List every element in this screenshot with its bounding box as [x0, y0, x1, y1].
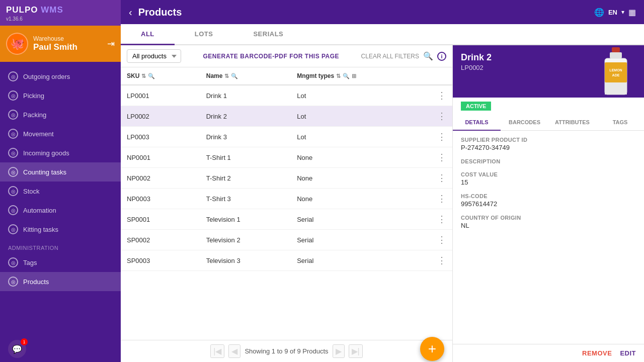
- pagination-next[interactable]: ▶: [333, 344, 345, 358]
- name-sort-icon[interactable]: ⇅: [224, 73, 229, 79]
- tab-all[interactable]: ALL: [121, 24, 175, 45]
- detail-tab-attributes[interactable]: ATTRIBUTES: [548, 115, 596, 131]
- generate-barcode-link[interactable]: GENERATE BARCODE-PDF FOR THIS PAGE: [186, 53, 356, 60]
- top-bar-actions: 🌐 EN ▾ ▦: [594, 8, 636, 17]
- cell-sku: LP0002: [121, 106, 200, 127]
- tab-serials[interactable]: SERIALS: [233, 24, 303, 45]
- lang-dropdown-icon[interactable]: ▾: [621, 9, 624, 16]
- row-menu-button[interactable]: ⋮: [431, 168, 452, 189]
- sidebar-item-label: Automation: [23, 207, 56, 214]
- row-menu-button[interactable]: ⋮: [431, 250, 452, 271]
- sidebar-item-tags[interactable]: ◎ Tags: [0, 253, 121, 272]
- cell-sku: SP0001: [121, 209, 200, 230]
- exit-warehouse-button[interactable]: ⇥: [107, 38, 115, 49]
- table-row[interactable]: NP0001 T-Shirt 1 None ⋮: [121, 147, 452, 168]
- sidebar-item-stock[interactable]: ◎ Stock: [0, 182, 121, 201]
- clear-filters-button[interactable]: CLEAR ALL FILTERS: [361, 53, 419, 60]
- back-button[interactable]: ‹: [129, 7, 132, 18]
- lemonade-bottle-svg: LEMON ADE: [601, 47, 631, 98]
- picking-icon: ◎: [8, 90, 18, 101]
- language-label[interactable]: EN: [608, 9, 617, 16]
- table-row[interactable]: LP0001 Drink 1 Lot ⋮: [121, 85, 452, 106]
- cell-sku: LP0003: [121, 127, 200, 147]
- table-row[interactable]: SP0001 Television 1 Serial ⋮: [121, 209, 452, 230]
- cell-mngmt: Serial: [291, 250, 431, 271]
- sidebar-item-label: Kitting tasks: [23, 226, 58, 233]
- table-row[interactable]: SP0002 Television 2 Serial ⋮: [121, 230, 452, 250]
- avatar: 🐙: [6, 33, 28, 55]
- detail-tab-tags[interactable]: TAGS: [596, 115, 644, 131]
- row-menu-button[interactable]: ⋮: [431, 209, 452, 230]
- page-title: Products: [138, 7, 588, 18]
- detail-product-name: Drink 2: [461, 52, 492, 63]
- detail-field: HS-Code 9957614472: [461, 193, 636, 208]
- status-badge: ACTIVE: [461, 102, 491, 111]
- pagination-prev[interactable]: ◀: [228, 344, 240, 358]
- mngmt-search-icon[interactable]: 🔍: [343, 73, 350, 79]
- warehouse-section[interactable]: 🐙 Warehouse Paul Smith ⇥: [0, 26, 121, 62]
- counting-tasks-icon: ◎: [8, 167, 18, 177]
- column-toggle-icon[interactable]: ⊞: [352, 73, 356, 79]
- row-menu-button[interactable]: ⋮: [431, 127, 452, 147]
- row-menu-button[interactable]: ⋮: [431, 147, 452, 168]
- pagination-first[interactable]: |◀: [210, 344, 224, 358]
- table-row[interactable]: SP0003 Television 3 Serial ⋮: [121, 250, 452, 271]
- sidebar-item-kitting-tasks[interactable]: ◎ Kitting tasks: [0, 220, 121, 239]
- automation-icon: ◎: [8, 205, 18, 215]
- stock-icon: ◎: [8, 186, 18, 196]
- pagination-text: Showing 1 to 9 of 9 Products: [245, 347, 328, 355]
- detail-tab-barcodes[interactable]: BARCODES: [501, 115, 548, 131]
- table-row[interactable]: LP0002 Drink 2 Lot ⋮: [121, 106, 452, 127]
- filter-actions: CLEAR ALL FILTERS 🔍 i: [361, 51, 446, 61]
- chat-button[interactable]: 💬 1: [8, 340, 26, 358]
- pagination-last[interactable]: ▶|: [349, 344, 363, 358]
- product-filter-dropdown[interactable]: All products Active Inactive: [127, 49, 181, 63]
- name-search-icon[interactable]: 🔍: [231, 73, 238, 79]
- edit-button[interactable]: EDIT: [620, 349, 636, 357]
- sidebar-item-picking[interactable]: ◎ Picking: [0, 86, 121, 105]
- sidebar-item-packing[interactable]: ◎ Packing: [0, 105, 121, 124]
- sidebar-item-incoming-goods[interactable]: ◎ Incoming goods: [0, 143, 121, 162]
- table-row[interactable]: LP0003 Drink 3 Lot ⋮: [121, 127, 452, 147]
- detail-tab-details[interactable]: DETAILS: [453, 115, 501, 131]
- sidebar-item-products[interactable]: ◎ Products: [0, 272, 121, 291]
- sku-sort-icon[interactable]: ⇅: [141, 73, 146, 79]
- cell-mngmt: None: [291, 189, 431, 209]
- tab-lots[interactable]: LOTS: [175, 24, 233, 45]
- cell-mngmt: Lot: [291, 106, 431, 127]
- grid-icon[interactable]: ▦: [628, 8, 636, 17]
- detail-field-value: NL: [461, 222, 636, 229]
- remove-button[interactable]: REMOVE: [582, 349, 612, 357]
- cell-name: T-Shirt 3: [200, 189, 291, 209]
- table-row[interactable]: NP0003 T-Shirt 3 None ⋮: [121, 189, 452, 209]
- sidebar-item-label: Outgoing orders: [23, 73, 70, 80]
- sidebar-item-movement[interactable]: ◎ Movement: [0, 124, 121, 143]
- sku-search-icon[interactable]: 🔍: [148, 73, 155, 79]
- add-product-button[interactable]: +: [420, 337, 444, 361]
- sidebar-item-automation[interactable]: ◎ Automation: [0, 201, 121, 220]
- row-menu-button[interactable]: ⋮: [431, 106, 452, 127]
- cell-mngmt: Serial: [291, 209, 431, 230]
- table-row[interactable]: NP0002 T-Shirt 2 None ⋮: [121, 168, 452, 189]
- row-menu-button[interactable]: ⋮: [431, 85, 452, 106]
- globe-icon[interactable]: 🌐: [594, 8, 604, 17]
- sidebar-item-label: Counting tasks: [23, 168, 66, 176]
- sidebar-nav: ◎ Outgoing orders ◎ Picking ◎ Packing ◎ …: [0, 62, 121, 336]
- main-content: ‹ Products 🌐 EN ▾ ▦ ALL LOTS SERIALS All…: [121, 0, 644, 362]
- detail-field: Supplier product id P-274270-34749: [461, 137, 636, 151]
- row-menu-button[interactable]: ⋮: [431, 230, 452, 250]
- svg-rect-3: [605, 62, 627, 82]
- search-icon[interactable]: 🔍: [423, 51, 433, 61]
- info-icon[interactable]: i: [437, 52, 446, 61]
- svg-text:ADE: ADE: [612, 73, 620, 77]
- cell-sku: SP0003: [121, 250, 200, 271]
- svg-text:LEMON: LEMON: [609, 68, 622, 72]
- data-table: SKU ⇅ 🔍 Name ⇅ 🔍: [121, 67, 452, 340]
- cell-name: Television 3: [200, 250, 291, 271]
- mngmt-sort-icon[interactable]: ⇅: [336, 73, 341, 79]
- table-section: All products Active Inactive GENERATE BA…: [121, 45, 453, 362]
- sidebar-item-counting-tasks[interactable]: ◎ Counting tasks: [0, 162, 121, 182]
- row-menu-button[interactable]: ⋮: [431, 189, 452, 209]
- sidebar-item-outgoing-orders[interactable]: ◎ Outgoing orders: [0, 67, 121, 86]
- admin-section-label: Administration: [0, 239, 121, 253]
